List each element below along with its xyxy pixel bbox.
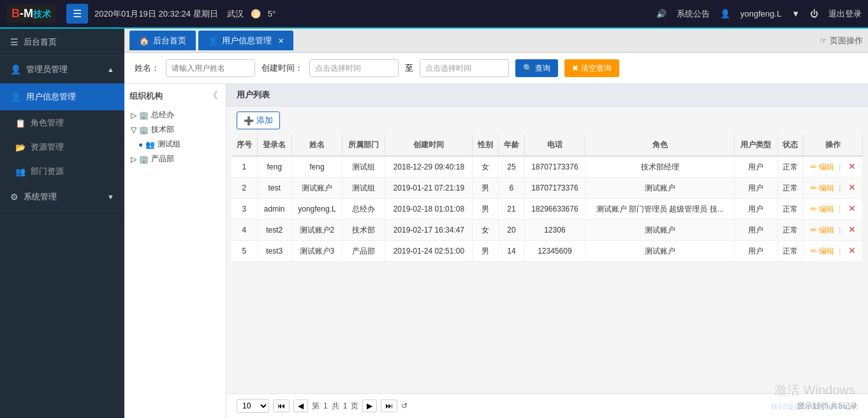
cell-ops: ✏ 编辑 | ✕	[804, 156, 863, 178]
tree-node-tech[interactable]: ▽ 🏢 技术部	[129, 122, 221, 137]
table-row: 5 test3 测试账户3 产品部 2019-01-24 02:51:00 男 …	[232, 241, 863, 262]
tab-close-icon[interactable]: ✕	[278, 37, 284, 45]
col-login: 登录名	[257, 134, 291, 156]
main-content: 🏠 后台首页 👤 用户信息管理 ✕ ☞ 页面操作 姓名： 创建时间： 点击选择时…	[124, 29, 868, 418]
col-status: 状态	[777, 134, 804, 156]
search-label: 查询	[535, 63, 550, 74]
cell-age: 14	[499, 241, 525, 262]
user-table-body: 1 feng feng 测试组 2018-12-29 09:40:18 女 25…	[232, 156, 863, 262]
tree-expand-icon-4: ▷	[131, 155, 136, 164]
logout-label[interactable]: 退出登录	[828, 8, 862, 20]
cell-dept: 测试组	[342, 156, 385, 178]
date-end-picker[interactable]: 点击选择时间	[420, 59, 509, 77]
tab-home[interactable]: 🏠 后台首页	[129, 31, 196, 50]
cell-created: 2019-02-17 16:34:47	[385, 220, 473, 241]
cell-phone: 12345609	[524, 241, 585, 262]
user-label[interactable]: yongfeng.L	[740, 9, 781, 18]
sidebar-system-label: 系统管理	[24, 191, 57, 203]
sidebar-home-label: 后台首页	[24, 36, 57, 48]
date-start-picker[interactable]: 点击选择时间	[309, 59, 399, 77]
add-label: 添加	[256, 115, 273, 126]
delete-button[interactable]: ✕	[848, 203, 856, 213]
cell-age: 21	[499, 199, 525, 220]
edit-button[interactable]: ✏ 编辑	[811, 183, 834, 194]
collapse-button[interactable]: 《	[205, 89, 221, 103]
cell-dept: 技术部	[342, 220, 385, 241]
cell-status: 正常	[777, 156, 804, 178]
announcement-icon: 🔊	[656, 9, 666, 18]
announcement-label[interactable]: 系统公告	[677, 8, 710, 20]
tab-user-label: 用户信息管理	[222, 35, 272, 47]
cell-ops: ✏ 编辑 | ✕	[804, 220, 863, 241]
sidebar-item-resource[interactable]: 📂 资源管理	[0, 135, 124, 159]
weather-icon: 🌕	[251, 9, 261, 18]
tab-home-icon: 🏠	[139, 36, 149, 46]
tree-expand-icon: ▷	[131, 111, 136, 120]
edit-button[interactable]: ✏ 编辑	[811, 246, 834, 257]
page-size-select[interactable]: 10 20 50 100	[237, 399, 269, 413]
sidebar-item-user[interactable]: 👤 用户信息管理	[0, 83, 124, 111]
delete-button[interactable]: ✕	[848, 161, 856, 171]
sidebar-item-home[interactable]: ☰ 后台首页	[0, 29, 124, 56]
first-page-button[interactable]: ⏮	[273, 400, 290, 412]
delete-button[interactable]: ✕	[848, 224, 856, 234]
page-ops-hand-icon: ☞	[820, 36, 827, 45]
tab-user-management[interactable]: 👤 用户信息管理 ✕	[198, 31, 293, 50]
cell-user-type: 用户	[735, 199, 777, 220]
city-text: 武汉	[227, 9, 244, 18]
tree-node-general[interactable]: ▷ 🏢 总经办	[129, 108, 221, 122]
user-table-container: 序号 登录名 姓名 所属部门 创建时间 性别 年龄 电话 角色 用户类型 状态	[232, 134, 863, 393]
sidebar-item-dept-resource[interactable]: 👥 部门资源	[0, 159, 124, 184]
org-node-label-2: 技术部	[151, 124, 174, 135]
page-ops[interactable]: ☞ 页面操作	[820, 35, 863, 47]
next-page-button[interactable]: ▶	[362, 400, 377, 412]
cell-index: 3	[232, 199, 257, 220]
add-button[interactable]: ➕ 添加	[237, 112, 280, 129]
menu-toggle-button[interactable]: ☰	[66, 4, 88, 24]
delete-button[interactable]: ✕	[848, 245, 856, 256]
sidebar-item-admin[interactable]: 👤 管理员管理 ▲	[0, 56, 124, 83]
tree-dot-icon: ●	[138, 140, 143, 149]
prev-page-button[interactable]: ◀	[293, 400, 308, 412]
page-unit: 页	[351, 401, 358, 412]
col-created: 创建时间	[385, 134, 473, 156]
org-tree-title: 组织机构	[129, 90, 163, 102]
cell-login: test2	[257, 220, 291, 241]
cell-status: 正常	[777, 178, 804, 199]
sidebar-item-system[interactable]: ⚙ 系统管理 ▼	[0, 184, 124, 211]
user-dropdown-icon[interactable]: ▼	[791, 9, 800, 18]
add-icon: ➕	[244, 116, 254, 126]
edit-button[interactable]: ✏ 编辑	[811, 204, 834, 215]
cell-index: 1	[232, 156, 257, 178]
table-row: 2 test 测试账户 测试组 2019-01-21 07:21:19 男 6 …	[232, 178, 863, 199]
header: B-M技术 ☰ 2020年01月19日 20:32:24 星期日 武汉 🌕 5°…	[0, 0, 868, 29]
cell-login: test	[257, 178, 291, 199]
org-node-label-4: 产品部	[151, 154, 174, 164]
name-input[interactable]	[166, 59, 255, 77]
system-arrow-icon: ▼	[107, 193, 114, 201]
col-gender: 性别	[473, 134, 499, 156]
cell-index: 2	[232, 178, 257, 199]
cell-name: feng	[291, 156, 342, 178]
cell-phone: 18296633676	[524, 199, 585, 220]
delete-button[interactable]: ✕	[848, 182, 856, 192]
table-row: 4 test2 测试账户2 技术部 2019-02-17 16:34:47 女 …	[232, 220, 863, 241]
col-age: 年龄	[499, 134, 525, 156]
search-button[interactable]: 🔍 查询	[515, 59, 558, 77]
col-index: 序号	[232, 134, 257, 156]
tree-node-product[interactable]: ▷ 🏢 产品部	[129, 152, 221, 166]
table-row: 1 feng feng 测试组 2018-12-29 09:40:18 女 25…	[232, 156, 863, 178]
sidebar-admin-label: 管理员管理	[26, 64, 68, 75]
edit-button[interactable]: ✏ 编辑	[811, 225, 834, 236]
cell-login: test3	[257, 241, 291, 262]
tree-node-test-group[interactable]: ● 👥 测试组	[137, 137, 221, 152]
clear-button[interactable]: ✖ 清空查询	[564, 59, 619, 77]
org-tree-header: 组织机构 《	[129, 89, 221, 103]
datetime-text: 2020年01月19日 20:32:24 星期日	[94, 9, 218, 18]
last-page-button[interactable]: ⏭	[381, 400, 397, 412]
refresh-button[interactable]: ↺	[401, 401, 408, 410]
cell-dept: 测试组	[342, 178, 385, 199]
sidebar-item-role[interactable]: 📋 角色管理	[0, 111, 124, 135]
edit-button[interactable]: ✏ 编辑	[811, 162, 834, 173]
dept-resource-icon: 👥	[15, 167, 26, 177]
